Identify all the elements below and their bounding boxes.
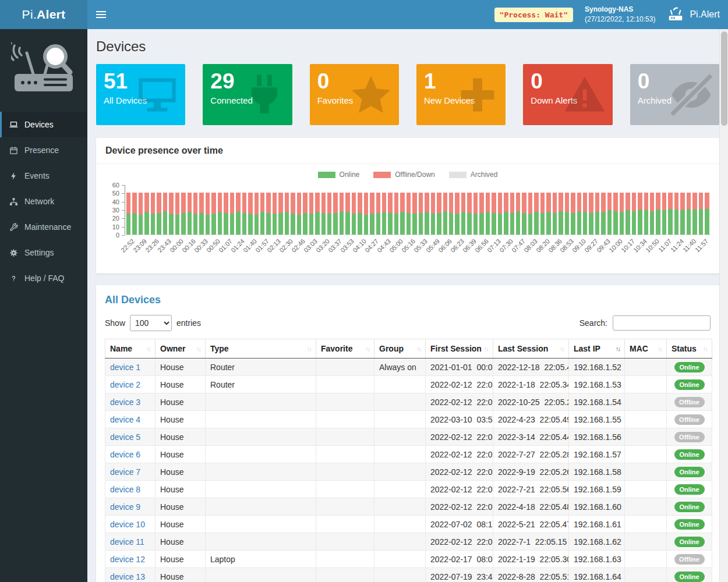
chart-bar [412,193,416,235]
scrollbar-thumb[interactable] [721,31,727,126]
sidebar-toggle-button[interactable] [87,0,114,29]
table-cell: 2022-02-12 22:05 [426,446,493,463]
column-header-first-session[interactable]: First Session↑↓ [426,339,493,359]
table-cell: 2022-02-12 22:05 [426,393,493,411]
sidebar-item-label: Devices [24,120,54,129]
chart-bar [376,193,380,235]
infobox-connected[interactable]: 29Connected [203,64,292,125]
chart-bar [181,193,185,235]
table-cell: 192.168.1.53 [569,376,625,393]
table-cell: House [156,568,206,582]
x-tick-label: 05:16 [400,237,416,254]
chart-bar [382,193,386,235]
table-cell [374,498,426,516]
table-cell: 2022-1-19 22:05.30 [493,551,569,568]
device-link[interactable]: device 6 [110,450,140,459]
chart-bar [443,193,447,235]
sidebar-item-devices[interactable]: Devices [0,112,87,137]
host-info: Synology-NAS (27/12/2022, 12:10:53) [585,5,655,24]
infobox-archived[interactable]: 0Archived [630,64,719,125]
device-link[interactable]: device 3 [110,398,140,407]
column-header-mac[interactable]: MAC↑↓ [625,339,667,359]
column-header-type[interactable]: Type↑↓ [206,339,316,359]
table-cell [206,411,316,428]
table-search-input[interactable] [613,315,711,331]
table-cell [206,428,316,446]
table-cell [316,516,374,533]
table-row: device 4House2022-03-10 03:552022-4-23 2… [105,411,712,428]
device-link[interactable]: device 13 [110,572,145,581]
x-tick-label: 02:46 [290,237,306,254]
sort-icon: ↑↓ [307,345,311,352]
x-tick-label: 08:20 [535,237,551,254]
x-tick-label: 11:57 [694,237,709,253]
sidebar-item-network[interactable]: Network [0,189,87,214]
device-link[interactable]: device 4 [110,415,140,424]
sidebar-item-settings[interactable]: Settings [0,240,87,265]
column-header-name[interactable]: Name↑↓ [105,339,156,359]
legend-swatch [373,172,391,178]
sidebar-item-maintenance[interactable]: Maintenance [0,214,87,240]
device-link[interactable]: device 12 [110,555,145,564]
legend-item-offline-down[interactable]: Offline/Down [373,171,434,179]
legend-item-online[interactable]: Online [318,171,360,179]
app-logo[interactable]: Pi.Alert [0,0,87,29]
x-tick-label: 00:00 [168,237,185,254]
column-header-last-ip[interactable]: Last IP↑↓ [569,339,625,359]
chart-bar [188,193,192,235]
chart-bar [255,193,259,235]
column-header-status[interactable]: Status↑↓ [667,339,712,359]
x-tick-label: 23:26 [144,237,160,254]
x-tick-label: 00:16 [181,237,197,254]
navbar-brand[interactable]: Pi.Alert [667,6,720,23]
table-cell [374,463,426,481]
sidebar-item-presence[interactable]: Presence [0,137,87,163]
last-session-value: 2022-3-14 22:05.44 [498,432,569,442]
status-badge: Online [674,379,705,390]
device-link[interactable]: device 7 [110,467,140,477]
x-tick-label: 11:07 [657,237,673,253]
infobox-new-devices[interactable]: 1New Devices [416,64,506,125]
page-scrollbar[interactable] [719,29,728,582]
table-cell: 2022-02-12 22:05 [426,533,493,551]
sidebar-item-label: Maintenance [24,222,71,232]
column-header-owner[interactable]: Owner↑↓ [156,339,206,359]
chart-bar [340,193,344,235]
chart-bar [260,193,264,235]
chart-legend: OnlineOffline/DownArchived [105,168,711,185]
device-link[interactable]: device 8 [110,485,140,494]
device-link[interactable]: device 2 [110,380,140,389]
table-cell [206,516,316,533]
table-cell: 192.168.1.64 [569,568,625,582]
x-tick-label: 02:30 [278,237,294,254]
x-tick-label: 10:17 [620,237,636,254]
y-tick-label: 10 [112,223,119,230]
infobox-all-devices[interactable]: 51All Devices [96,64,185,125]
table-cell: 2022-4-18 22:05.48 [493,498,569,516]
column-header-last-session[interactable]: Last Session↑↓ [493,339,569,359]
chart-bar [407,193,411,235]
page-length-select[interactable]: 100 [130,315,172,331]
table-cell [206,568,316,582]
table-cell: House [156,498,206,516]
first-session-value: 2021-01-01 00:00 [430,363,493,372]
presence-panel: Device presence over time OnlineOffline/… [96,138,719,274]
column-header-favorite[interactable]: Favorite↑↓ [316,339,374,359]
x-tick-label: 07:47 [510,237,526,254]
device-link[interactable]: device 9 [110,502,140,512]
device-link[interactable]: device 5 [110,432,140,442]
chart-bar [595,193,599,235]
sidebar-item-events[interactable]: Events [0,163,87,189]
column-header-label: Status [672,344,697,353]
device-link[interactable]: device 11 [110,537,144,546]
column-header-group[interactable]: Group↑↓ [374,339,426,359]
sidebar-item-help-faq[interactable]: Help / FAQ [0,265,87,291]
chart-bar [364,193,368,235]
device-link[interactable]: device 10 [110,520,145,529]
device-link[interactable]: device 1 [110,363,140,372]
infobox-favorites[interactable]: 0Favorites [310,64,399,125]
infobox-down-alerts[interactable]: 0Down Alerts [523,64,612,125]
legend-label: Archived [471,171,498,179]
table-cell [374,393,426,411]
legend-item-archived[interactable]: Archived [449,171,498,179]
